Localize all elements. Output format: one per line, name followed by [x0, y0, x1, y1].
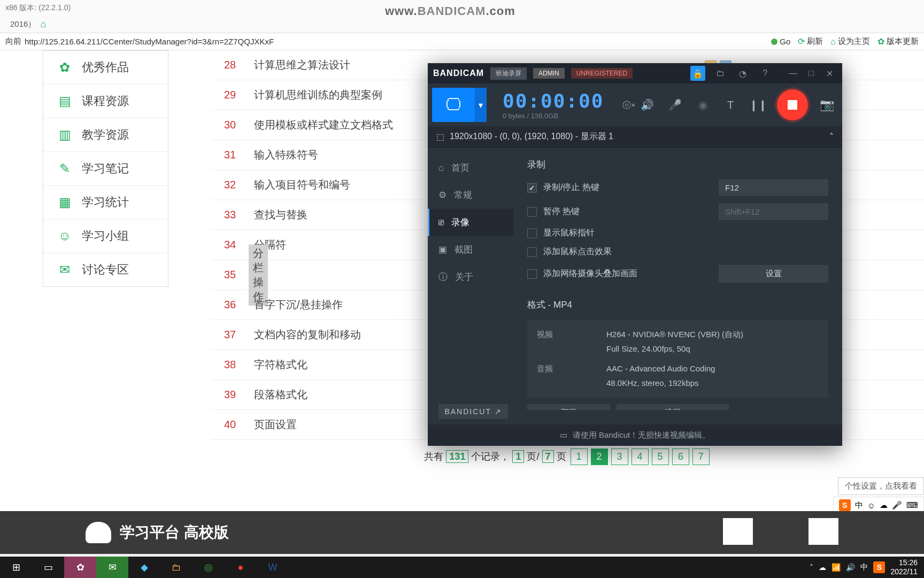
browser-tab-bar: 2016） ⌂	[0, 16, 924, 33]
rectangle-icon: ⬚	[436, 132, 444, 142]
folder-icon[interactable]: 🗀	[713, 66, 728, 81]
home-icon[interactable]: ⌂	[40, 19, 46, 30]
page-number[interactable]: 1	[571, 448, 588, 465]
row-number: 39	[211, 389, 249, 401]
bandicam-window[interactable]: BANDICAM 班迪录屏 ADMIN UNREGISTERED 🔒 🗀 ◔ ?…	[428, 63, 842, 446]
section-title-format: 格式 - MP4	[527, 299, 828, 311]
refresh-button[interactable]: ⟳刷新	[798, 36, 823, 47]
camera-icon[interactable]: 📷	[818, 96, 836, 114]
text-icon[interactable]: T	[721, 96, 740, 114]
sogou-tray-icon[interactable]: S	[873, 561, 885, 573]
preset-dropdown[interactable]: 预置▾	[527, 404, 610, 410]
tray-up-icon[interactable]: ˄	[810, 563, 813, 572]
ime-cloud-icon[interactable]: ☁	[880, 500, 888, 510]
row-number: 31	[211, 149, 249, 161]
checkbox-click[interactable]	[527, 247, 537, 257]
set-home-button[interactable]: ⌂设为主页	[830, 36, 870, 47]
hotkey-input[interactable]: F12	[719, 179, 828, 196]
help-icon[interactable]: ?	[758, 66, 773, 81]
nav-home[interactable]: ⌂首页	[428, 154, 513, 181]
mode-dropdown[interactable]: ▾	[475, 88, 487, 122]
row-number: 38	[211, 359, 249, 371]
minimize-button[interactable]: —	[786, 66, 800, 81]
settings-hint[interactable]: 个性设置，点我看看	[838, 477, 924, 495]
section-title-record: 录制	[527, 158, 828, 171]
windows-taskbar[interactable]: ⊞ ▭ ✿ ✉ ◆ 🗀 ◎ ● W ˄ ☁ 📶 🔊 中 S 15:26 2022…	[0, 557, 924, 578]
webcam-icon[interactable]: ⦾✕	[620, 96, 638, 114]
sidebar-item-works[interactable]: ✿优秀作品	[43, 51, 168, 85]
taskview-button[interactable]: ▭	[32, 557, 64, 578]
sogou-icon[interactable]: S	[839, 499, 851, 511]
mic-icon[interactable]: 🎤	[666, 96, 684, 114]
nav-video[interactable]: ⎚录像	[428, 209, 513, 236]
chat-icon: ✉	[57, 262, 72, 277]
sidebar-item-teach[interactable]: ▥教学资源	[43, 118, 168, 152]
task-app[interactable]: ✿	[64, 557, 96, 578]
webcam-settings-button[interactable]: 设置	[719, 265, 828, 283]
record-button[interactable]	[777, 89, 808, 120]
speaker-icon[interactable]: 🔊	[638, 96, 656, 114]
start-button[interactable]: ⊞	[0, 557, 32, 578]
browser-tab[interactable]: 2016） ⌂	[3, 16, 53, 33]
bandicam-titlebar[interactable]: BANDICAM 班迪录屏 ADMIN UNREGISTERED 🔒 🗀 ◔ ?…	[428, 63, 842, 83]
page-number[interactable]: 5	[652, 448, 669, 465]
page-number[interactable]: 2	[591, 448, 608, 465]
mouse-icon[interactable]: ◉	[694, 96, 712, 114]
page-footer: 学习平台 高校版	[0, 511, 924, 554]
format-box[interactable]: 视频H264 - NVIDIA® NVENC (VBR) (自动)Full Si…	[527, 320, 828, 398]
task-app[interactable]: ◆	[128, 557, 160, 578]
tray-cloud-icon[interactable]: ☁	[819, 563, 826, 572]
system-tray[interactable]: ˄ ☁ 📶 🔊 中 S 15:26 2022/11	[810, 558, 924, 576]
bandicut-button[interactable]: BANDICUT ↗	[438, 404, 508, 419]
task-app[interactable]: ◎	[192, 557, 225, 578]
sidebar-item-stats[interactable]: ▦学习统计	[43, 186, 168, 219]
sidebar-item-discuss[interactable]: ✉讨论专区	[43, 253, 168, 286]
row-number: 37	[211, 329, 249, 341]
nav-back-label[interactable]: 向前	[5, 36, 21, 47]
sidebar-item-course[interactable]: ▤课程资源	[43, 85, 168, 118]
nav-image[interactable]: ▣截图	[428, 236, 513, 263]
chart-icon: ▦	[57, 195, 72, 210]
bandicam-nav: ⌂首页 ⚙常规 ⎚录像 ▣截图 ⓘ关于	[428, 148, 513, 410]
task-record[interactable]: ●	[225, 557, 257, 578]
checkbox-cursor[interactable]	[527, 229, 537, 238]
go-button[interactable]: Go	[771, 37, 790, 46]
tray-lang[interactable]: 中	[860, 562, 868, 572]
nav-about[interactable]: ⓘ关于	[428, 263, 513, 291]
sidebar-menu: ✿优秀作品 ▤课程资源 ▥教学资源 ✎学习笔记 ▦学习统计 ☺学习小组 ✉讨论专…	[43, 50, 168, 287]
page-number[interactable]: 3	[611, 448, 628, 465]
ime-mic-icon[interactable]: 🎤	[892, 500, 902, 510]
page-number[interactable]: 6	[672, 448, 689, 465]
format-settings-button[interactable]: 设置	[617, 404, 729, 410]
pause-icon[interactable]: ❙❙	[749, 96, 767, 114]
clock-icon[interactable]: ◔	[735, 66, 750, 81]
tray-wifi-icon[interactable]: 📶	[831, 563, 841, 572]
pause-input: Shift+F12	[719, 203, 828, 220]
checkbox-pause[interactable]	[527, 207, 537, 217]
sidebar-item-group[interactable]: ☺学习小组	[43, 219, 168, 253]
page-number[interactable]: 4	[632, 448, 649, 465]
nav-general[interactable]: ⚙常规	[428, 181, 513, 209]
checkbox-webcam[interactable]	[527, 269, 537, 279]
capture-info-bar[interactable]: ⬚ 1920x1080 - (0, 0), (1920, 1080) - 显示器…	[428, 126, 842, 148]
url-text[interactable]: http://125.216.64.211/CCenter/StudyManag…	[25, 37, 274, 46]
checkbox-hotkey[interactable]: ✓	[527, 183, 537, 193]
chevron-up-icon[interactable]: ˄	[829, 132, 834, 142]
row-number: 34	[211, 239, 249, 251]
update-button[interactable]: ✿版本更新	[877, 36, 919, 47]
group-icon: ☺	[57, 229, 72, 244]
task-wechat[interactable]: ✉	[96, 557, 128, 578]
sidebar-item-notes[interactable]: ✎学习笔记	[43, 152, 168, 186]
task-explorer[interactable]: 🗀	[160, 557, 192, 578]
close-button[interactable]: ✕	[822, 66, 837, 81]
tray-volume-icon[interactable]: 🔊	[846, 563, 855, 572]
ime-kbd-icon[interactable]: ⌨	[906, 500, 918, 510]
maximize-button[interactable]: □	[804, 66, 819, 81]
ime-emoji-icon[interactable]: ☺	[867, 501, 875, 510]
stop-icon	[788, 100, 797, 110]
task-word[interactable]: W	[257, 557, 289, 578]
lock-icon[interactable]: 🔒	[690, 66, 705, 81]
page-number[interactable]: 7	[692, 448, 710, 465]
screen-mode-button[interactable]: 🖵	[432, 88, 475, 122]
gear-icon: ⚙	[438, 189, 446, 201]
